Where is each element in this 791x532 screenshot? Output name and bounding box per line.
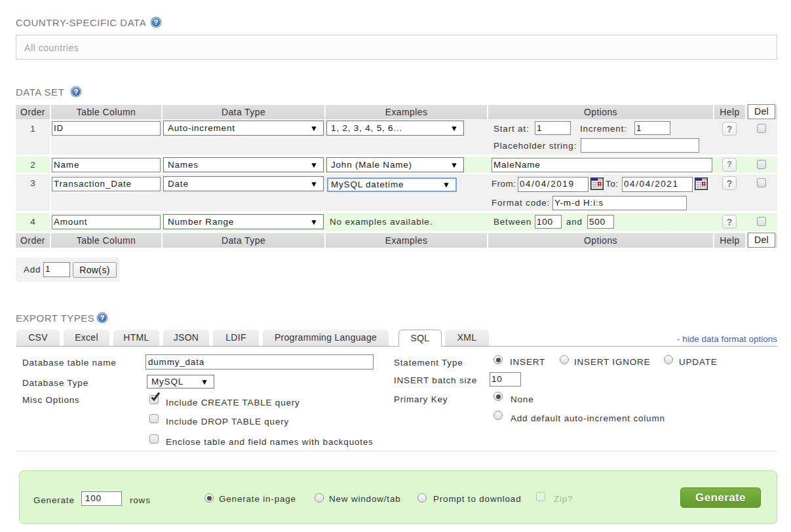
svg-text:?: ? [100, 314, 105, 322]
svg-text:?: ? [74, 88, 79, 96]
svg-text:?: ? [154, 18, 159, 26]
